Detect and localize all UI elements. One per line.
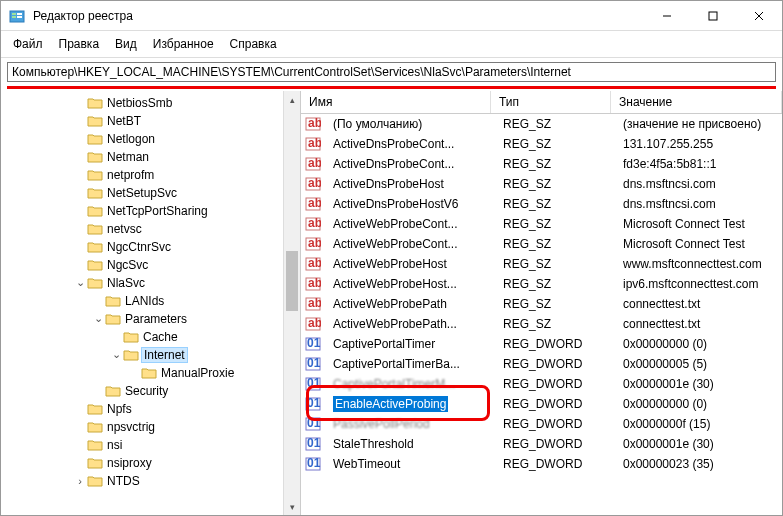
value-row[interactable]: ab(По умолчанию)REG_SZ(значение не присв…	[301, 114, 782, 134]
col-value[interactable]: Значение	[611, 91, 782, 113]
tree-panel[interactable]: NetbiosSmbNetBTNetlogonNetmannetprofmNet…	[1, 91, 301, 515]
menu-favorites[interactable]: Избранное	[147, 35, 220, 53]
svg-rect-3	[17, 13, 22, 15]
svg-text:011: 011	[307, 357, 321, 370]
svg-rect-4	[17, 16, 22, 18]
svg-text:ab: ab	[308, 137, 321, 150]
value-row[interactable]: abActiveDnsProbeCont...REG_SZfd3e:4f5a:5…	[301, 154, 782, 174]
menu-view[interactable]: Вид	[109, 35, 143, 53]
svg-text:ab: ab	[308, 297, 321, 310]
minimize-button[interactable]	[644, 1, 690, 31]
tree-item[interactable]: Npfs	[1, 399, 300, 417]
address-input[interactable]	[7, 62, 776, 82]
tree-item[interactable]: ManualProxie	[1, 363, 300, 381]
value-row[interactable]: abActiveDnsProbeHostV6REG_SZdns.msftncsi…	[301, 194, 782, 214]
menubar: Файл Правка Вид Избранное Справка	[1, 31, 782, 58]
svg-rect-6	[709, 12, 717, 20]
menu-edit[interactable]: Правка	[53, 35, 106, 53]
value-row[interactable]: abActiveDnsProbeHostREG_SZdns.msftncsi.c…	[301, 174, 782, 194]
tree-item[interactable]: NgcCtnrSvc	[1, 237, 300, 255]
value-row[interactable]: abActiveWebProbeHostREG_SZwww.msftconnec…	[301, 254, 782, 274]
value-row[interactable]: 011CaptivePortalTimerM...REG_DWORD0x0000…	[301, 374, 782, 394]
tree-item[interactable]: NetTcpPortSharing	[1, 201, 300, 219]
close-button[interactable]	[736, 1, 782, 31]
tree-item[interactable]: LANIds	[1, 291, 300, 309]
regedit-icon	[9, 8, 25, 24]
column-headers: Имя Тип Значение	[301, 91, 782, 114]
svg-text:011: 011	[307, 337, 321, 350]
col-name[interactable]: Имя	[301, 91, 491, 113]
value-row[interactable]: abActiveWebProbeCont...REG_SZMicrosoft C…	[301, 234, 782, 254]
tree-item[interactable]: ⌄Parameters	[1, 309, 300, 327]
svg-rect-1	[12, 13, 16, 15]
annotation-underline	[7, 86, 776, 89]
values-panel[interactable]: Имя Тип Значение ab(По умолчанию)REG_SZ(…	[301, 91, 782, 515]
value-row[interactable]: 011CaptivePortalTimerREG_DWORD0x00000000…	[301, 334, 782, 354]
value-row[interactable]: 011StaleThresholdREG_DWORD0x0000001e (30…	[301, 434, 782, 454]
svg-text:ab: ab	[308, 317, 321, 330]
tree-item[interactable]: Cache	[1, 327, 300, 345]
titlebar: Редактор реестра	[1, 1, 782, 31]
svg-text:011: 011	[307, 417, 321, 430]
tree-item[interactable]: ⌄NlaSvc	[1, 273, 300, 291]
tree-item[interactable]: Netlogon	[1, 129, 300, 147]
svg-text:ab: ab	[308, 117, 321, 130]
tree-item[interactable]: ›NTDS	[1, 471, 300, 489]
tree-item[interactable]: nsiproxy	[1, 453, 300, 471]
col-type[interactable]: Тип	[491, 91, 611, 113]
svg-rect-2	[12, 16, 16, 18]
tree-item[interactable]: npsvctrig	[1, 417, 300, 435]
svg-text:011: 011	[307, 377, 321, 390]
value-row[interactable]: 011PassivePollPeriodREG_DWORD0x0000000f …	[301, 414, 782, 434]
svg-text:011: 011	[307, 397, 321, 410]
svg-text:ab: ab	[308, 217, 321, 230]
tree-item[interactable]: nsi	[1, 435, 300, 453]
tree-item[interactable]: NgcSvc	[1, 255, 300, 273]
value-row[interactable]: abActiveDnsProbeCont...REG_SZ131.107.255…	[301, 134, 782, 154]
tree-scrollbar[interactable]: ▴ ▾	[283, 91, 300, 515]
svg-text:011: 011	[307, 437, 321, 450]
svg-text:ab: ab	[308, 257, 321, 270]
svg-text:ab: ab	[308, 237, 321, 250]
svg-text:ab: ab	[308, 177, 321, 190]
svg-text:011: 011	[307, 457, 321, 470]
svg-text:ab: ab	[308, 277, 321, 290]
value-row[interactable]: 011WebTimeoutREG_DWORD0x00000023 (35)	[301, 454, 782, 474]
value-row[interactable]: 011EnableActiveProbingREG_DWORD0x0000000…	[301, 394, 782, 414]
window-title: Редактор реестра	[33, 9, 644, 23]
address-bar	[1, 58, 782, 86]
value-row[interactable]: 011CaptivePortalTimerBa...REG_DWORD0x000…	[301, 354, 782, 374]
value-row[interactable]: abActiveWebProbeHost...REG_SZipv6.msftco…	[301, 274, 782, 294]
menu-help[interactable]: Справка	[224, 35, 283, 53]
tree-item[interactable]: NetSetupSvc	[1, 183, 300, 201]
tree-item[interactable]: netvsc	[1, 219, 300, 237]
tree-item[interactable]: ⌄Internet	[1, 345, 300, 363]
tree-item[interactable]: NetBT	[1, 111, 300, 129]
tree-item[interactable]: netprofm	[1, 165, 300, 183]
tree-item[interactable]: Security	[1, 381, 300, 399]
value-row[interactable]: abActiveWebProbePath...REG_SZconnecttest…	[301, 314, 782, 334]
value-row[interactable]: abActiveWebProbeCont...REG_SZMicrosoft C…	[301, 214, 782, 234]
tree-item[interactable]: Netman	[1, 147, 300, 165]
maximize-button[interactable]	[690, 1, 736, 31]
svg-text:ab: ab	[308, 157, 321, 170]
tree-item[interactable]: NetbiosSmb	[1, 93, 300, 111]
svg-text:ab: ab	[308, 197, 321, 210]
value-row[interactable]: abActiveWebProbePathREG_SZconnecttest.tx…	[301, 294, 782, 314]
menu-file[interactable]: Файл	[7, 35, 49, 53]
